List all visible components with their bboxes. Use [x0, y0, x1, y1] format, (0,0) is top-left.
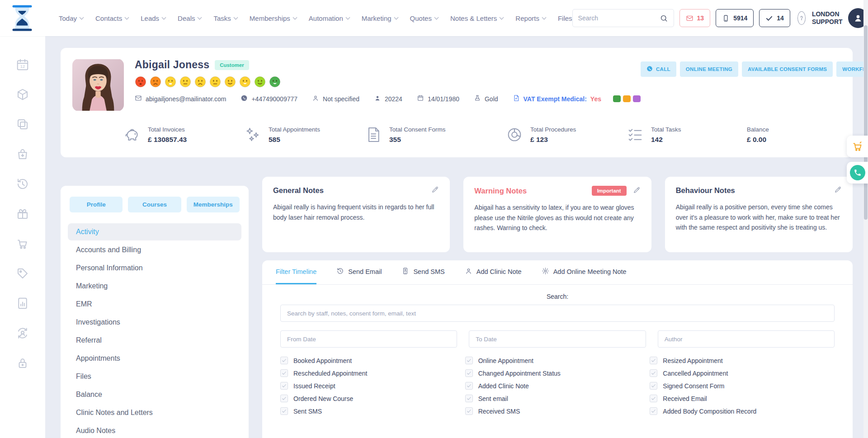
scrollbar[interactable]: [863, 0, 868, 438]
rail-icon[interactable]: [16, 207, 29, 222]
quick-cart-button[interactable]: [847, 136, 868, 157]
nav-item[interactable]: Deals: [178, 14, 201, 22]
checkbox-checked-icon[interactable]: [280, 407, 288, 415]
panel-menu-item[interactable]: Accounts and Billing: [68, 241, 241, 259]
rating-emoji-icon[interactable]: [165, 76, 176, 88]
checkbox-checked-icon[interactable]: [465, 395, 473, 402]
action-button[interactable]: ONLINE MEETING: [680, 61, 738, 77]
checkbox-checked-icon[interactable]: [650, 407, 657, 415]
nav-item[interactable]: Files: [558, 14, 572, 22]
rail-icon[interactable]: [16, 237, 29, 252]
rating-emoji-icon[interactable]: [135, 76, 146, 88]
nav-item[interactable]: Quotes: [410, 14, 438, 22]
nav-item[interactable]: Automation: [309, 14, 349, 22]
email-notifications-button[interactable]: 13: [679, 9, 711, 27]
color-tag[interactable]: [623, 95, 631, 102]
rating-emoji-icon[interactable]: [194, 76, 206, 88]
rating-emoji-icon[interactable]: [179, 76, 191, 88]
nav-item[interactable]: Reports: [515, 14, 546, 22]
rail-icon[interactable]: 12: [16, 58, 29, 73]
action-button[interactable]: CALL: [641, 61, 676, 77]
action-button[interactable]: AVAILABLE CONSENT FORMS: [742, 61, 833, 77]
panel-menu-item[interactable]: Referral: [68, 332, 241, 349]
checkbox-checked-icon[interactable]: [465, 357, 473, 364]
author-input[interactable]: [658, 330, 835, 348]
timeline-search-input[interactable]: [280, 305, 835, 322]
rating-emoji-icon[interactable]: [239, 76, 251, 88]
filter-checkbox[interactable]: Received SMS: [465, 407, 650, 415]
filter-checkbox[interactable]: Added Body Composition Record: [650, 407, 835, 415]
panel-tab[interactable]: Courses: [128, 197, 181, 212]
checkbox-checked-icon[interactable]: [650, 357, 657, 364]
panel-menu-item[interactable]: EMR: [68, 296, 241, 313]
phone-notifications-button[interactable]: 5914: [716, 9, 754, 27]
filter-checkbox[interactable]: Resized Appointment: [650, 357, 835, 364]
timeline-tab[interactable]: Add Online Meeting Note: [542, 260, 627, 284]
rail-icon[interactable]: [16, 326, 29, 342]
edit-pencil-icon[interactable]: [431, 186, 439, 195]
edit-pencil-icon[interactable]: [633, 186, 641, 196]
checkbox-checked-icon[interactable]: [465, 382, 473, 390]
rating-emoji-icon[interactable]: [209, 76, 221, 88]
checkbox-checked-icon[interactable]: [650, 395, 657, 402]
nav-item[interactable]: Leads: [141, 14, 165, 22]
checkbox-checked-icon[interactable]: [280, 395, 288, 402]
panel-menu-item[interactable]: Audio Notes: [68, 422, 241, 438]
tasks-button[interactable]: 14: [759, 9, 790, 27]
nav-item[interactable]: Today: [59, 14, 83, 22]
to-date-input[interactable]: [469, 330, 646, 348]
hourglass-logo[interactable]: [11, 5, 33, 31]
rail-icon[interactable]: [16, 297, 29, 312]
filter-checkbox[interactable]: Booked Appointment: [280, 357, 465, 364]
filter-checkbox[interactable]: Added Clinic Note: [465, 382, 650, 390]
checkbox-checked-icon[interactable]: [280, 382, 288, 390]
from-date-input[interactable]: [280, 330, 457, 348]
rail-icon[interactable]: [16, 118, 29, 133]
rail-icon[interactable]: [16, 356, 29, 372]
rail-icon[interactable]: [16, 147, 29, 163]
timeline-tab[interactable]: Send SMS: [401, 260, 444, 284]
timeline-tab[interactable]: Send Email: [336, 260, 382, 284]
rail-icon[interactable]: [16, 88, 29, 103]
filter-checkbox[interactable]: Issued Receipt: [280, 382, 465, 390]
scrollbar-thumb[interactable]: [864, 25, 868, 220]
customer-photo[interactable]: [72, 59, 124, 111]
rating-emoji-icon[interactable]: [269, 76, 281, 88]
panel-menu-item[interactable]: Activity: [68, 223, 241, 240]
rating-emoji-icon[interactable]: [224, 76, 236, 88]
rating-emoji-icon[interactable]: [254, 76, 266, 88]
checkbox-checked-icon[interactable]: [650, 382, 657, 390]
panel-menu-item[interactable]: Investigations: [68, 314, 241, 331]
filter-checkbox[interactable]: Signed Consent Form: [650, 382, 835, 390]
panel-menu-item[interactable]: Files: [68, 368, 241, 385]
search-input[interactable]: [573, 14, 655, 22]
filter-checkbox[interactable]: Ordered New Course: [280, 395, 465, 402]
timeline-tab[interactable]: Filter Timeline: [276, 260, 316, 284]
search-icon[interactable]: [655, 9, 674, 27]
nav-item[interactable]: Marketing: [362, 14, 398, 22]
nav-item[interactable]: Tasks: [213, 14, 237, 22]
quick-call-button[interactable]: [847, 162, 868, 184]
panel-menu-item[interactable]: Clinic Notes and Letters: [68, 404, 241, 421]
rail-icon[interactable]: [16, 177, 29, 193]
filter-checkbox[interactable]: Cancelled Appointment: [650, 369, 835, 377]
filter-checkbox[interactable]: Online Appointment: [465, 357, 650, 364]
nav-item[interactable]: Memberships: [250, 14, 297, 22]
checkbox-checked-icon[interactable]: [280, 369, 288, 377]
panel-tab[interactable]: Memberships: [187, 197, 240, 212]
checkbox-checked-icon[interactable]: [465, 407, 473, 415]
rail-icon[interactable]: [16, 267, 29, 282]
panel-tab[interactable]: Profile: [70, 197, 123, 212]
checkbox-checked-icon[interactable]: [650, 369, 657, 377]
color-tag[interactable]: [633, 95, 641, 102]
panel-menu-item[interactable]: Marketing: [68, 278, 241, 295]
nav-item[interactable]: Notes & Letters: [450, 14, 503, 22]
nav-item[interactable]: Contacts: [95, 14, 128, 22]
checkbox-checked-icon[interactable]: [465, 369, 473, 377]
panel-menu-item[interactable]: Balance: [68, 386, 241, 403]
filter-checkbox[interactable]: Rescheduled Appointment: [280, 369, 465, 377]
help-button[interactable]: [797, 11, 806, 25]
panel-menu-item[interactable]: Personal Information: [68, 259, 241, 277]
color-tag[interactable]: [613, 95, 621, 102]
timeline-tab[interactable]: Add Clinic Note: [465, 260, 522, 284]
